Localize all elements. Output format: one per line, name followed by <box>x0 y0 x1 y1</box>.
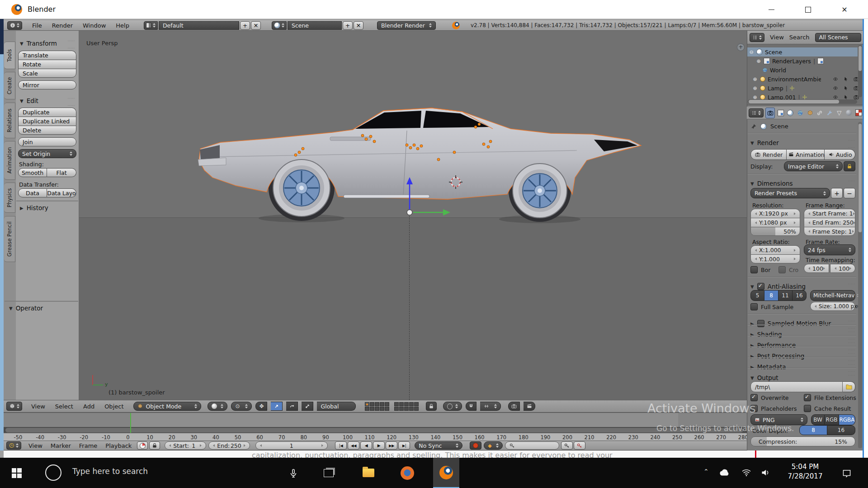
display-lock-button[interactable] <box>844 161 855 171</box>
taskbar-search[interactable]: Type here to search <box>72 467 148 476</box>
delete-keyframe-button[interactable] <box>574 441 585 450</box>
tool-tab-animation[interactable]: Animation <box>4 141 15 180</box>
shade-smooth-button[interactable]: Smooth <box>18 168 47 177</box>
menu-view[interactable]: View <box>31 403 45 410</box>
data-transfer-data-button[interactable]: Data <box>18 188 47 197</box>
border-checkbox-row[interactable]: Bor <box>750 266 770 273</box>
scene-icon-button[interactable] <box>272 21 287 30</box>
menu-window[interactable]: Window <box>83 22 106 29</box>
properties-vertical-scrollbar[interactable] <box>858 122 862 448</box>
action-center-button[interactable] <box>842 468 852 480</box>
layer-cell[interactable] <box>409 407 414 411</box>
resolution-x-field[interactable]: X:1920 px <box>750 209 800 218</box>
volume-tray-icon[interactable] <box>760 468 770 479</box>
full-sample-checkbox-row[interactable]: Full Sample <box>750 303 793 310</box>
insert-keyframe-button[interactable] <box>561 441 573 450</box>
editor-type-selector[interactable] <box>6 402 22 411</box>
browse-folder-button[interactable] <box>843 381 855 392</box>
jump-to-end-button[interactable]: ▶| <box>398 441 410 450</box>
overwrite-checkbox-row[interactable]: Overwrite <box>750 394 789 401</box>
layer-cell[interactable] <box>394 407 399 411</box>
expand-icon[interactable]: ⊕ <box>756 58 761 64</box>
scale-manipulator-button[interactable] <box>302 402 313 411</box>
world-tab[interactable] <box>796 108 804 118</box>
placeholders-checkbox-row[interactable]: Placeholders <box>750 405 797 412</box>
menu-select[interactable]: Select <box>55 403 73 410</box>
object-tab[interactable] <box>806 108 814 118</box>
add-preset-button[interactable]: + <box>831 188 843 198</box>
renderlayers-icon[interactable] <box>817 58 824 64</box>
output-path-field[interactable]: /tmp\ <box>750 381 843 392</box>
aspect-y-field[interactable]: Y:1.000 <box>750 254 800 263</box>
av-sync-selector[interactable]: No Sync <box>415 441 462 450</box>
lock-frame-range-button[interactable] <box>149 441 160 450</box>
tool-tab-relations[interactable]: Relations <box>4 103 15 138</box>
render-panel-header[interactable]: ▼ Render <box>750 136 855 150</box>
editor-type-selector[interactable] <box>750 33 764 42</box>
render-engine-selector[interactable]: Blender Render <box>377 21 436 30</box>
compression-slider[interactable]: Compression: 15% <box>750 436 855 446</box>
rgba-channel-button[interactable]: RGBA <box>839 414 855 425</box>
render-presets-selector[interactable]: Render Presets <box>750 188 830 198</box>
opengl-render-button[interactable] <box>508 402 520 411</box>
scene-selector[interactable]: Scene <box>288 21 342 30</box>
tool-tab-grease-pencil[interactable]: Grease Pencil <box>4 216 15 262</box>
render-layers-tab[interactable] <box>777 108 785 118</box>
modifiers-tab[interactable] <box>826 108 834 118</box>
delete-screen-layout-button[interactable]: ✕ <box>251 21 261 30</box>
play-reverse-button[interactable]: ◀ <box>360 441 372 450</box>
border-checkbox[interactable] <box>750 266 758 273</box>
layer-cell[interactable] <box>380 402 384 406</box>
translate-manipulator-button[interactable] <box>271 402 283 411</box>
scrollbar-thumb[interactable] <box>749 100 839 103</box>
outliner-row-scene[interactable]: ⊖ Scene <box>749 47 855 56</box>
timeline-scrollbar[interactable] <box>4 427 747 433</box>
file-extensions-checkbox[interactable] <box>804 394 811 401</box>
duplicate-button[interactable]: Duplicate <box>18 108 76 117</box>
expand-icon[interactable]: ⊕ <box>752 85 758 91</box>
layer-cell[interactable] <box>394 402 399 406</box>
frame-rate-selector[interactable]: 24 fps <box>804 244 855 255</box>
render-animation-button[interactable]: Animation <box>787 149 825 160</box>
timeline-scrollbar-thumb[interactable] <box>5 428 743 432</box>
motion-blur-checkbox[interactable] <box>757 320 764 327</box>
scene-tab[interactable] <box>787 108 795 118</box>
end-frame-field[interactable]: End: 250 <box>208 441 250 450</box>
aa-samples-11-button[interactable]: 11 <box>778 290 793 301</box>
frame-step-field[interactable]: Frame Step: 1 <box>804 227 855 236</box>
layer-cell[interactable] <box>399 402 404 406</box>
aa-samples-16-button[interactable]: 16 <box>793 290 807 301</box>
menu-help[interactable]: Help <box>116 22 129 29</box>
visibility-eye-icon[interactable] <box>833 85 838 91</box>
outliner-row-renderlayers[interactable]: ⊕ RenderLayers | <box>749 56 863 66</box>
menu-add[interactable]: Add <box>83 403 94 410</box>
onedrive-tray-icon[interactable] <box>719 469 731 479</box>
previous-keyframe-button[interactable]: ◀◀ <box>348 441 359 450</box>
aa-size-field[interactable]: Size: 1.000 px <box>810 302 855 311</box>
manipulator-toggle-button[interactable]: ✥ <box>255 402 267 411</box>
layer-cell[interactable] <box>375 402 379 406</box>
join-button[interactable]: Join <box>18 137 76 146</box>
edit-panel-header[interactable]: ▼Edit <box>20 94 75 108</box>
overwrite-checkbox[interactable] <box>750 394 758 401</box>
layer-cell[interactable] <box>404 402 409 406</box>
task-view-button[interactable] <box>316 458 342 488</box>
texture-tab[interactable] <box>855 108 863 118</box>
tool-tab-create[interactable]: Create <box>4 72 15 99</box>
firefox-button[interactable] <box>394 458 420 488</box>
tool-tab-tools[interactable]: Tools <box>4 42 15 69</box>
file-explorer-button[interactable] <box>355 458 382 488</box>
depth-16-button[interactable]: 16 <box>827 425 855 435</box>
start-frame-field[interactable]: Start: 1 <box>165 441 206 450</box>
render-tab[interactable] <box>765 108 775 118</box>
rotate-manipulator-button[interactable] <box>286 402 298 411</box>
outliner-display-filter[interactable]: All Scenes <box>815 33 861 42</box>
bw-channel-button[interactable]: BW <box>811 414 825 425</box>
rgb-channel-button[interactable]: RGB <box>825 414 839 425</box>
layer-cell[interactable] <box>414 402 419 406</box>
aa-samples-8-button[interactable]: 8 <box>764 290 778 301</box>
3d-cursor[interactable] <box>449 175 462 189</box>
preview-range-button[interactable] <box>137 441 148 450</box>
layer-cell[interactable] <box>385 407 389 411</box>
outliner-horizontal-scrollbar[interactable] <box>748 99 857 104</box>
